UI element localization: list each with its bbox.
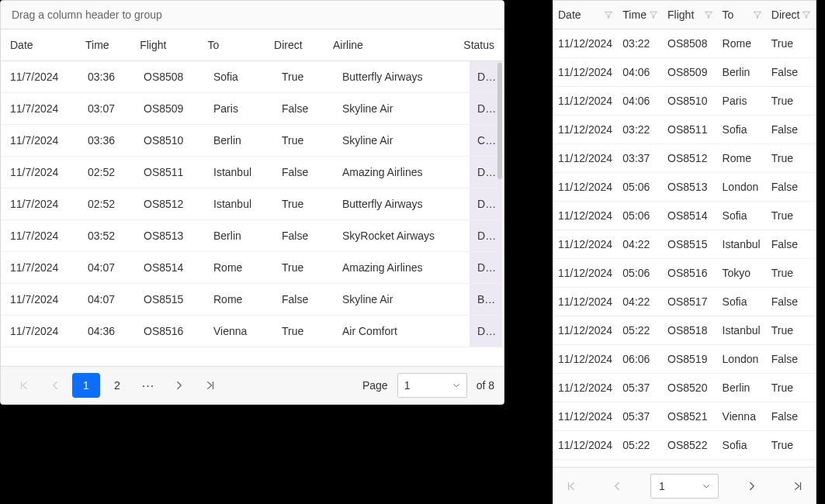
prev-page-button[interactable]	[41, 373, 69, 398]
table-row[interactable]: 11/12/202403:22OS8511SofiaFalse	[553, 116, 816, 144]
cell-flight: OS8514	[136, 252, 206, 283]
filter-icon[interactable]	[604, 10, 613, 19]
header-date[interactable]: Date	[2, 29, 78, 60]
cell-date: 11/7/2024	[2, 316, 80, 347]
table-row[interactable]: 11/7/202404:07OS8514RomeTrueAmazing Airl…	[1, 252, 504, 284]
header-to[interactable]: To	[200, 29, 267, 60]
cell-direct: True	[767, 29, 816, 57]
cell-status: Delayed	[470, 252, 502, 283]
cell-airline: Skyline Air	[335, 284, 470, 315]
next-page-button[interactable]	[740, 475, 764, 498]
cell-direct: True	[767, 202, 816, 230]
cell-to: Berlin	[206, 125, 274, 156]
header-direct[interactable]: Direct	[767, 1, 816, 29]
last-page-button[interactable]	[196, 373, 224, 398]
cell-time: 03:07	[80, 93, 136, 124]
cell-direct: False	[767, 230, 816, 258]
header-date[interactable]: Date	[553, 1, 618, 29]
table-row[interactable]: 11/12/202405:37OS8520BerlinTrue	[553, 374, 816, 402]
cell-flight: OS8513	[136, 220, 206, 251]
table-row[interactable]: 11/12/202406:06OS8519LondonFalse	[553, 345, 816, 374]
cell-time: 05:22	[618, 316, 663, 344]
page-number-2[interactable]: 2	[103, 373, 131, 398]
cell-airline: Amazing Airlines	[335, 157, 470, 188]
table-row[interactable]: 11/12/202405:06OS8514SofiaTrue	[553, 202, 816, 230]
cell-date: 11/12/2024	[553, 87, 618, 115]
filter-icon[interactable]	[704, 10, 713, 19]
table-row[interactable]: 11/7/202403:36OS8508SofiaTrueButterfly A…	[1, 61, 504, 93]
cell-direct: False	[274, 93, 335, 124]
cell-time: 05:37	[618, 374, 663, 402]
header-time[interactable]: Time	[78, 29, 132, 60]
page-select[interactable]: 1	[650, 474, 719, 499]
cell-time: 04:36	[80, 316, 136, 347]
table-row[interactable]: 11/12/202405:06OS8516TokyoTrue	[553, 259, 816, 288]
cell-flight: OS8508	[136, 61, 206, 92]
table-row[interactable]: 11/12/202404:06OS8510ParisTrue	[553, 87, 816, 116]
table-row[interactable]: 11/12/202404:06OS8509BerlinFalse	[553, 58, 816, 87]
table-row[interactable]: 11/12/202405:22OS8518IstanbulTrue	[553, 316, 816, 345]
table-row[interactable]: 11/12/202404:22OS8517SofiaFalse	[553, 288, 816, 316]
cell-to: London	[718, 173, 767, 201]
table-row[interactable]: 11/12/202405:06OS8513LondonFalse	[553, 173, 816, 202]
cell-flight: OS8518	[663, 316, 718, 344]
first-page-button[interactable]	[560, 475, 583, 498]
cell-to: Istanbul	[206, 188, 274, 219]
cell-date: 11/7/2024	[2, 157, 80, 188]
header-direct[interactable]: Direct	[266, 29, 325, 60]
cell-to: London	[718, 345, 767, 373]
cell-flight: OS8515	[136, 284, 206, 315]
filter-icon[interactable]	[753, 10, 762, 19]
cell-time: 05:37	[618, 402, 663, 430]
cell-flight: OS8512	[663, 144, 718, 172]
cell-to: Paris	[718, 87, 767, 115]
chevron-down-icon	[702, 482, 710, 490]
table-row[interactable]: 11/7/202403:52OS8513BerlinFalseSkyRocket…	[1, 220, 504, 252]
page-ellipsis[interactable]: ...	[134, 373, 162, 398]
chevron-right-icon	[175, 381, 184, 390]
cell-flight: OS8510	[136, 125, 206, 156]
cell-flight: OS8511	[136, 157, 206, 188]
cell-date: 11/12/2024	[553, 230, 618, 258]
table-row[interactable]: 11/7/202404:07OS8515RomeFalseSkyline Air…	[1, 284, 504, 316]
cell-airline: SkyRocket Airways	[335, 220, 470, 251]
cell-direct: True	[767, 431, 816, 459]
table-row[interactable]: 11/12/202403:22OS8508RomeTrue	[553, 29, 816, 58]
cell-flight: OS8516	[663, 259, 718, 287]
header-status[interactable]: Status	[456, 29, 502, 60]
filter-icon[interactable]	[802, 10, 811, 19]
first-page-button[interactable]	[10, 373, 38, 398]
table-row[interactable]: 11/12/202405:37OS8521ViennaFalse	[553, 402, 816, 431]
table-row[interactable]: 11/7/202403:07OS8509ParisFalseSkyline Ai…	[1, 93, 504, 125]
table-row[interactable]: 11/7/202404:36OS8516ViennaTrueAir Comfor…	[1, 316, 504, 347]
table-row[interactable]: 11/12/202405:22OS8522SofiaTrue	[553, 431, 816, 460]
header-flight[interactable]: Flight	[663, 1, 718, 29]
page-number-1[interactable]: 1	[72, 373, 100, 398]
header-airline[interactable]: Airline	[325, 29, 456, 60]
cell-date: 11/12/2024	[553, 345, 618, 373]
header-to[interactable]: To	[718, 1, 767, 29]
cell-date: 11/12/2024	[553, 173, 618, 201]
table-row[interactable]: 11/7/202402:52OS8511IstanbulFalseAmazing…	[1, 157, 504, 188]
cell-flight: OS8520	[663, 374, 718, 402]
table-row[interactable]: 11/12/202403:37OS8512RomeTrue	[553, 144, 816, 173]
cell-to: Sofia	[718, 202, 767, 230]
cell-time: 04:07	[80, 252, 136, 283]
scrollbar-thumb[interactable]	[497, 63, 502, 179]
prev-page-button[interactable]	[605, 475, 628, 498]
filter-icon[interactable]	[649, 10, 658, 19]
table-row[interactable]: 11/12/202404:22OS8515IstanbulFalse	[553, 230, 816, 259]
page-select[interactable]: 1	[397, 373, 467, 398]
header-time[interactable]: Time	[618, 1, 663, 29]
table-row[interactable]: 11/7/202402:52OS8512IstanbulTrueButterfl…	[1, 188, 504, 220]
cell-to: Sofia	[206, 61, 274, 92]
next-page-button[interactable]	[165, 373, 193, 398]
table-row[interactable]: 11/7/202403:36OS8510BerlinTrueSkyline Ai…	[1, 125, 504, 157]
cell-time: 03:22	[618, 29, 663, 57]
header-flight[interactable]: Flight	[132, 29, 199, 60]
cell-flight: OS8513	[663, 173, 718, 201]
group-panel[interactable]: Drag a column header to group	[1, 1, 504, 29]
cell-direct: True	[767, 144, 816, 172]
cell-direct: True	[767, 374, 816, 402]
last-page-button[interactable]	[786, 475, 809, 498]
